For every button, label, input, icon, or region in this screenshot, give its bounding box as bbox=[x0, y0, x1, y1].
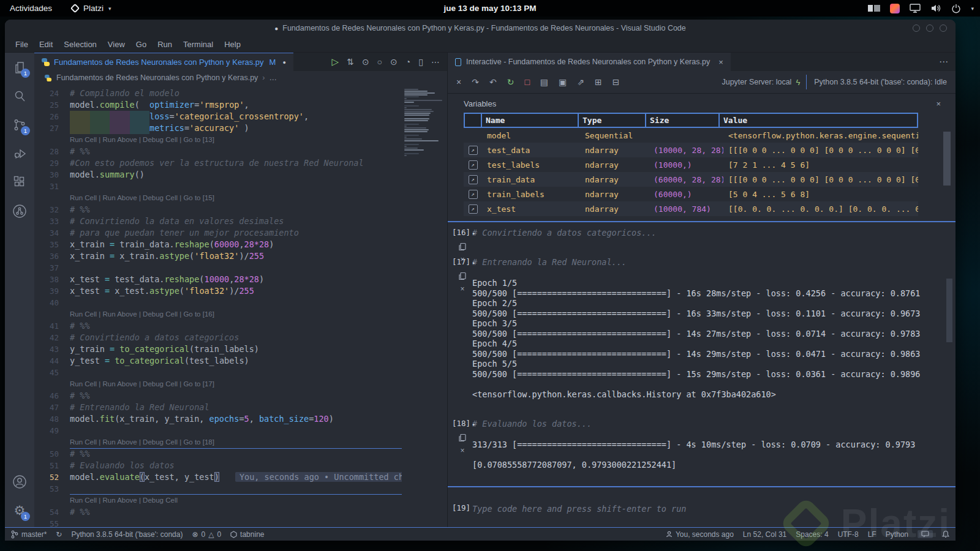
settings-gear-icon[interactable]: ⚙ 1 bbox=[5, 496, 34, 525]
encoding-item[interactable]: UTF-8 bbox=[838, 530, 859, 539]
platzi-app-icon[interactable] bbox=[890, 4, 900, 13]
code-line[interactable]: 48model.fit(x_train, y_train, epochs=5, … bbox=[34, 413, 447, 425]
cursor-position-item[interactable]: Ln 52, Col 31 bbox=[743, 530, 786, 539]
code-line[interactable]: 33# Convirtiendo la data en valores desi… bbox=[34, 216, 447, 227]
close-icon[interactable]: × bbox=[936, 99, 941, 108]
code-line[interactable]: 54# %% bbox=[34, 506, 447, 518]
run-debug-icon[interactable] bbox=[5, 139, 34, 168]
cell-code[interactable]: # Entrenando la Red Neuronal... bbox=[472, 256, 949, 267]
platzi-app-menu[interactable]: Platzi ▾ bbox=[72, 4, 111, 13]
debug-step-into-icon[interactable]: ⊙ bbox=[362, 57, 369, 67]
expand-variable-icon[interactable]: ↗ bbox=[469, 175, 478, 184]
debug-restart-icon[interactable]: ◔ bbox=[405, 57, 410, 67]
volume-icon[interactable] bbox=[930, 4, 941, 13]
split-editor-icon[interactable]: ▯ bbox=[418, 57, 423, 67]
code-line[interactable]: 53 bbox=[34, 483, 447, 495]
minimap[interactable] bbox=[402, 87, 447, 527]
interactive-tab[interactable]: Interactive - Fundamentos de Redes Neuro… bbox=[448, 53, 731, 71]
breadcrumb-more[interactable]: … bbox=[270, 73, 277, 82]
run-file-icon[interactable]: ▷ bbox=[332, 56, 339, 67]
language-item[interactable]: Python bbox=[886, 530, 908, 539]
column-header-spacer[interactable] bbox=[464, 113, 482, 128]
expand-variable-icon[interactable]: ↗ bbox=[469, 160, 478, 170]
variables-scrollbar[interactable] bbox=[943, 132, 951, 186]
source-control-icon[interactable]: 1 bbox=[5, 110, 34, 139]
breadcrumb[interactable]: Fundamentos de Redes Neuronales con Pyth… bbox=[34, 71, 447, 84]
indentation-item[interactable]: Spaces: 4 bbox=[796, 530, 828, 539]
code-line[interactable]: 45 bbox=[34, 367, 447, 378]
debug-step-out-icon[interactable]: ⊙ bbox=[390, 57, 398, 67]
code-line[interactable]: 49 bbox=[34, 425, 447, 437]
code-line[interactable]: 44y_test = to_categorical(test_labels) bbox=[34, 355, 447, 367]
menu-terminal[interactable]: Terminal bbox=[178, 40, 219, 49]
expand-variable-icon[interactable]: ↗ bbox=[469, 190, 478, 199]
code-editor[interactable]: 24# Compilando el modelo25model.compile(… bbox=[34, 84, 447, 527]
cell-code[interactable]: # Convirtiendo a datos categoricos... bbox=[472, 227, 949, 238]
cell-code[interactable]: # Evaluando los datos... bbox=[472, 418, 949, 429]
goto-code-icon[interactable] bbox=[459, 433, 467, 442]
account-icon[interactable] bbox=[5, 467, 34, 496]
code-line[interactable]: 38x_test = test_data.reshape(10000,28*28… bbox=[34, 274, 447, 285]
gitlens-blame-item[interactable]: You, seconds ago bbox=[666, 530, 734, 539]
column-header-type[interactable]: Type bbox=[578, 113, 646, 128]
collapse-all-icon[interactable]: ⊟ bbox=[612, 77, 620, 87]
menu-go[interactable]: Go bbox=[130, 40, 152, 49]
redo-icon[interactable]: ↷ bbox=[472, 77, 479, 87]
tabnine-item[interactable]: tabnine bbox=[230, 530, 264, 539]
title-bar[interactable]: ● Fundamentos de Redes Neuronales con Py… bbox=[5, 20, 956, 37]
power-icon[interactable] bbox=[951, 4, 961, 13]
run-arrow-icon[interactable]: ▸ bbox=[472, 260, 475, 266]
code-line[interactable]: 52model.evaluate(x_test, y_test)You, sec… bbox=[34, 471, 447, 483]
kernel-status[interactable]: Python 3.8.5 64-bit ('base': conda): Idl… bbox=[814, 78, 947, 86]
sync-icon[interactable]: ↻ bbox=[56, 530, 62, 539]
code-line[interactable]: 34# para que puedan tener un mejor proce… bbox=[34, 227, 447, 239]
minimize-button[interactable] bbox=[913, 24, 920, 32]
close-interactive-icon[interactable]: × bbox=[456, 77, 461, 87]
variable-row[interactable]: ↗test_datandarray(10000, 28, 28)[[[0 0 0… bbox=[464, 143, 918, 157]
code-line[interactable]: 32# %% bbox=[34, 204, 447, 216]
more-actions-icon[interactable]: ⋯ bbox=[431, 57, 440, 67]
python-interpreter-item[interactable]: Python 3.8.5 64-bit ('base': conda) bbox=[71, 530, 183, 539]
run-arrow-icon[interactable]: ▸ bbox=[472, 230, 475, 236]
activities-button[interactable]: Actividades bbox=[6, 4, 56, 13]
menu-help[interactable]: Help bbox=[219, 40, 246, 49]
save-icon[interactable]: ▣ bbox=[559, 77, 567, 87]
column-header-name[interactable]: Name bbox=[481, 113, 579, 128]
code-line[interactable]: 31 bbox=[34, 181, 447, 192]
problems-item[interactable]: ⊗0 △0 bbox=[192, 530, 221, 539]
codelens[interactable]: Run Cell | Run Above | Debug Cell | Go t… bbox=[34, 437, 447, 448]
code-line[interactable]: 36x_train = x_train.astype('float32')/25… bbox=[34, 250, 447, 262]
menu-selection[interactable]: Selection bbox=[58, 40, 102, 49]
variable-row[interactable]: ↗x_testndarray(10000, 784)[[0. 0. 0. ...… bbox=[464, 201, 918, 216]
code-line[interactable]: 51# Evaluando los datos bbox=[34, 460, 447, 471]
remove-cell-icon[interactable]: × bbox=[460, 286, 464, 292]
eol-item[interactable]: LF bbox=[868, 530, 876, 539]
code-line[interactable]: 28# %% bbox=[34, 146, 447, 157]
code-line[interactable]: 55 bbox=[34, 518, 447, 527]
code-line[interactable]: 26loss='categorical_crossentropy', bbox=[34, 111, 447, 122]
display-icon[interactable] bbox=[910, 4, 921, 13]
tiling-indicator-icon[interactable] bbox=[868, 5, 880, 12]
code-line[interactable]: 39x_test = x_test.astype('float32')/255 bbox=[34, 285, 447, 297]
explorer-icon[interactable]: 1 bbox=[5, 53, 34, 81]
extensions-icon[interactable] bbox=[5, 168, 34, 197]
run-below-icon[interactable]: ⇅ bbox=[347, 57, 354, 67]
expand-variable-icon[interactable]: ↗ bbox=[469, 146, 478, 155]
variable-explorer-icon[interactable]: ▤ bbox=[540, 77, 548, 87]
output-scrollbar[interactable] bbox=[946, 279, 952, 342]
code-line[interactable]: 37 bbox=[34, 262, 447, 274]
expand-all-icon[interactable]: ⊞ bbox=[595, 77, 602, 87]
code-line[interactable]: 24# Compilando el modelo bbox=[34, 88, 447, 99]
search-icon[interactable] bbox=[5, 81, 34, 110]
jupyter-server-status[interactable]: Jupyter Server: local bbox=[722, 78, 791, 86]
variable-row[interactable]: ↗train_labelsndarray(60000,)[5 0 4 ... 5… bbox=[464, 187, 918, 201]
close-icon[interactable]: × bbox=[718, 58, 723, 67]
code-line[interactable]: 42# Convirtiendo a datos categoricos bbox=[34, 332, 447, 343]
menu-view[interactable]: View bbox=[102, 40, 130, 49]
code-line[interactable]: 43y_train = to_categorical(train_labels) bbox=[34, 343, 447, 355]
code-line[interactable]: 47# Entrenando la Red Neuronal bbox=[34, 402, 447, 413]
goto-code-icon[interactable] bbox=[459, 242, 467, 251]
clock[interactable]: jue 13 de may 10:13 PM bbox=[444, 4, 537, 13]
git-graph-icon[interactable] bbox=[5, 197, 34, 225]
system-menu-chevron-icon[interactable]: ▾ bbox=[971, 6, 974, 12]
